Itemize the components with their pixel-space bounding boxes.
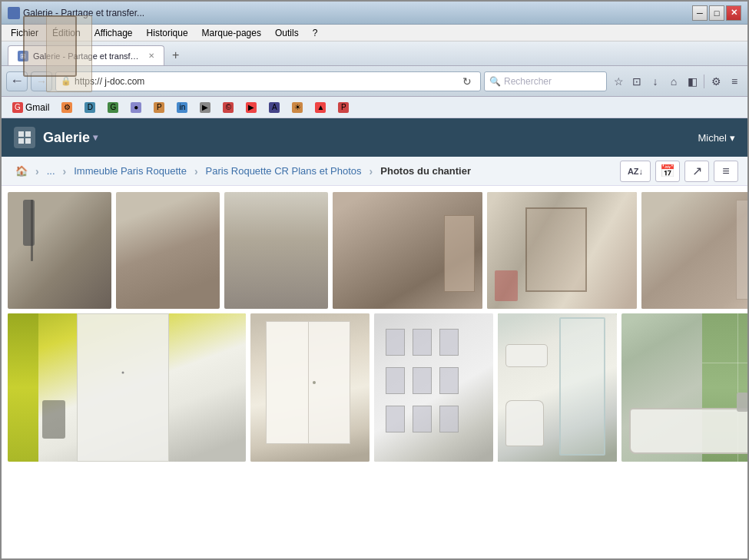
toolbar-separator [704, 75, 704, 88]
bookmark-1-icon: ⚙ [61, 102, 72, 113]
pocket-icon[interactable]: ◧ [684, 73, 701, 90]
extensions-icon[interactable]: ⚙ [708, 73, 724, 90]
menu-help[interactable]: ? [307, 26, 324, 40]
menu-marque-pages[interactable]: Marque-pages [196, 26, 267, 40]
menu-icon[interactable]: ≡ [726, 73, 743, 90]
bookmark-6[interactable]: in [172, 101, 192, 114]
photo-5[interactable] [487, 192, 637, 309]
url-bar[interactable]: 🔒 https:// j-doc.com ↻ [55, 71, 481, 91]
photo-1[interactable] [8, 192, 111, 309]
bookmark-12[interactable]: ▲ [310, 101, 330, 114]
refresh-button[interactable]: ↻ [459, 73, 476, 90]
bookmark-9[interactable]: ▶ [241, 101, 261, 114]
bookmark-10[interactable]: A [264, 101, 284, 114]
photo-7-green-wall [8, 313, 38, 462]
menu-historique[interactable]: Historique [141, 26, 194, 40]
bookmark-3-icon: G [108, 102, 118, 113]
photo-9-bg [374, 313, 493, 462]
bookmark-1[interactable]: ⚙ [57, 101, 77, 114]
bookmark-gmail[interactable]: G Gmail [8, 101, 54, 114]
photo-5-bg [487, 192, 637, 309]
photo-10[interactable] [498, 313, 617, 462]
photo-8-wardrobe-left [266, 321, 308, 444]
photo-4[interactable] [333, 192, 482, 309]
reader-icon[interactable]: ⊡ [628, 73, 645, 90]
photo-7-bg [8, 313, 246, 462]
photo-row-2 [8, 313, 741, 462]
bookmark-2[interactable]: D [80, 101, 100, 114]
window-3 [439, 329, 459, 356]
sort-az-button[interactable]: AZ↓ [620, 161, 651, 182]
close-button[interactable]: ✕ [726, 5, 741, 21]
bookmark-2-icon: D [85, 102, 95, 113]
photo-8-bg [250, 313, 370, 462]
bookmark-9-icon: ▶ [246, 102, 257, 113]
photo-3[interactable] [224, 192, 328, 309]
breadcrumb-sep-1: › [63, 165, 67, 177]
tab-bar: ⊞ Galerie - Partage et transfer... ✕ + [2, 41, 747, 66]
bookmark-8-icon: © [223, 102, 234, 113]
menu-affichage[interactable]: Affichage [88, 26, 139, 40]
window-6 [439, 367, 459, 394]
photo-6[interactable] [641, 192, 747, 309]
svg-rect-0 [18, 131, 24, 137]
breadcrumb-ellipsis[interactable]: ... [42, 164, 60, 178]
tile-line-1 [702, 363, 747, 363]
svg-rect-3 [25, 138, 31, 144]
photo-8[interactable] [250, 313, 370, 462]
title-bar: Galerie - Partage et transfer... ─ □ ✕ [2, 2, 747, 25]
app-title[interactable]: Galerie ▾ [43, 130, 98, 146]
sink [505, 344, 548, 367]
breadcrumb-item-1[interactable]: Immeuble Paris Roquette [69, 164, 191, 178]
breadcrumb-sep-2: › [194, 165, 198, 177]
photo-7[interactable] [8, 313, 246, 462]
breadcrumb-home[interactable]: 🏠 [11, 164, 32, 178]
share-button[interactable]: ↗ [684, 161, 709, 182]
window-4 [386, 367, 405, 394]
window-9 [439, 406, 459, 432]
window-frame: Galerie - Partage et transfer... ─ □ ✕ F… [0, 0, 749, 560]
search-icon: 🔍 [489, 76, 501, 87]
photo-11[interactable] [621, 313, 747, 462]
bookmark-13[interactable]: P [333, 101, 353, 114]
bookmark-4[interactable]: ● [126, 101, 146, 114]
bookmark-star-icon[interactable]: ☆ [610, 73, 627, 90]
maximize-button[interactable]: □ [709, 5, 724, 21]
menu-outils[interactable]: Outils [269, 26, 305, 40]
photo-5-window [525, 207, 587, 292]
bookmark-11-icon: ☀ [292, 102, 303, 113]
photo-6-panel [736, 200, 747, 300]
photo-4-bg [333, 192, 482, 309]
user-name: Michel [698, 132, 727, 144]
bookmark-3[interactable]: G [103, 101, 123, 114]
bookmark-gmail-icon: G [12, 102, 23, 113]
url-text: https:// j-doc.com [75, 76, 456, 87]
window-2 [413, 329, 432, 356]
new-tab-button[interactable]: + [166, 45, 185, 65]
download-icon[interactable]: ↓ [647, 73, 664, 90]
breadcrumb-sep-3: › [370, 165, 373, 177]
app-logo-icon [14, 127, 35, 148]
bookmark-8[interactable]: © [218, 101, 238, 114]
window-5 [413, 367, 432, 394]
search-bar[interactable]: 🔍 Rechercher [484, 71, 607, 91]
bookmark-7[interactable]: ▶ [195, 101, 215, 114]
bookmark-11[interactable]: ☀ [287, 101, 307, 114]
home-icon[interactable]: ⌂ [665, 73, 682, 90]
photo-grid [2, 186, 747, 558]
tab-close-button[interactable]: ✕ [148, 51, 154, 60]
minimize-button[interactable]: ─ [692, 5, 708, 21]
photo-9[interactable] [374, 313, 493, 462]
bookmark-12-icon: ▲ [315, 102, 326, 113]
list-view-button[interactable]: ≡ [714, 161, 738, 182]
photo-5-object [495, 270, 518, 301]
bookmark-5[interactable]: P [149, 101, 169, 114]
calendar-view-button[interactable]: 📅 [655, 161, 680, 182]
user-menu[interactable]: Michel ▾ [698, 132, 735, 144]
photo-2[interactable] [116, 192, 220, 309]
breadcrumb-item-2[interactable]: Paris Roquette CR Plans et Photos [201, 164, 366, 178]
photo-8-wardrobe-right [308, 321, 350, 444]
photo-4-door [444, 215, 475, 292]
app-header: Galerie ▾ Michel ▾ [2, 118, 747, 157]
bookmark-13-icon: P [338, 102, 349, 113]
